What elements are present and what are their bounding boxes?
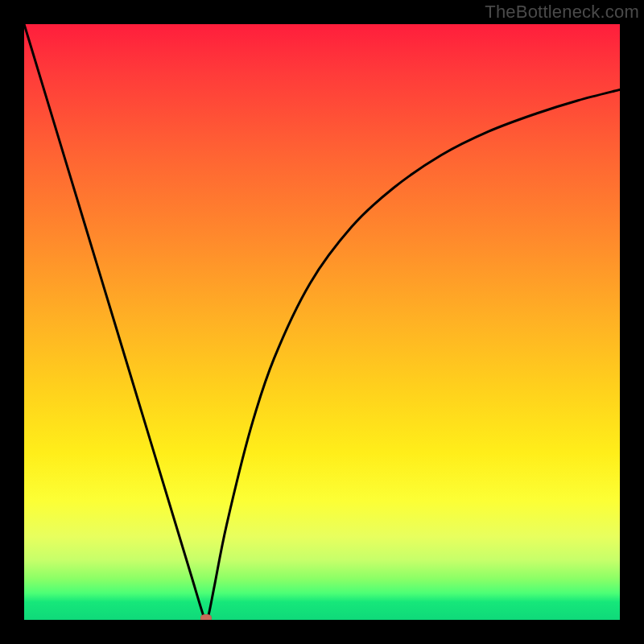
plot-area (24, 24, 620, 620)
chart-frame: TheBottleneck.com (0, 0, 644, 644)
watermark-label: TheBottleneck.com (485, 2, 639, 23)
min-marker (200, 614, 212, 620)
curve-layer (24, 24, 620, 620)
bottleneck-curve (24, 24, 620, 620)
